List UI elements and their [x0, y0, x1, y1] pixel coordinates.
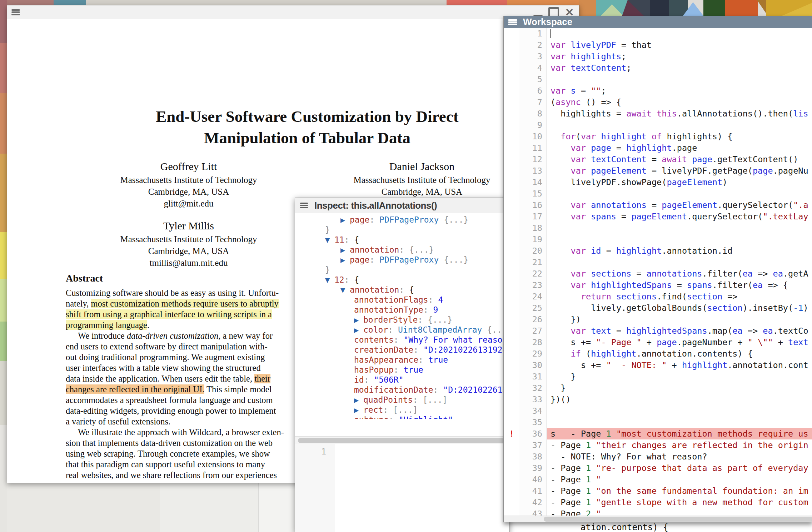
tree-row[interactable]: creationDate: "D:20210226131924Z: [295, 345, 509, 355]
tree-expander-icon[interactable]: ▼: [325, 235, 334, 245]
tree-expander-icon[interactable]: ▼: [340, 285, 350, 295]
orange-highlight[interactable]: changes are reflected in the original UI…: [66, 384, 204, 394]
code-line[interactable]: 24 return sections.find(section =>: [504, 291, 812, 302]
code-line[interactable]: 10 for(var highlight of highlights) {: [504, 131, 812, 142]
code-line[interactable]: 9: [504, 119, 812, 131]
object-inspector-tree[interactable]: ▶page: PDFPageProxy {...}}▼11: {▶annotat…: [295, 213, 509, 419]
code-line[interactable]: 18: [504, 222, 812, 234]
scrollbar-thumb[interactable]: [298, 438, 504, 443]
code-line[interactable]: 37- Page 1 "their changes are reflected …: [504, 439, 812, 451]
tree-row[interactable]: ▼11: {: [295, 235, 509, 245]
code-line[interactable]: 12 var textContent = await page.getTextC…: [504, 154, 812, 165]
code-line[interactable]: 43- Page 2 ": [504, 508, 812, 516]
code-line[interactable]: 31 }: [504, 371, 812, 382]
tree-row[interactable]: ▶annotation: {...}: [295, 245, 509, 255]
menu-hamburger-icon[interactable]: [11, 9, 20, 15]
code-line[interactable]: 32 }: [504, 382, 812, 394]
code-line[interactable]: 13 var pageElement = livelyPDF.getPage(p…: [504, 165, 812, 176]
code-line[interactable]: 5: [504, 74, 812, 85]
code-line[interactable]: 26 }): [504, 314, 812, 325]
abstract-text-line: data inside the application. When users …: [66, 373, 304, 384]
tree-row[interactable]: ▶borderStyle: {...}: [295, 315, 509, 325]
code-line[interactable]: 27 var text = highlightedSpans.map(ea =>…: [504, 325, 812, 337]
workspace-titlebar[interactable]: Workspace: [504, 16, 812, 28]
menu-hamburger-icon[interactable]: [300, 203, 308, 208]
yellow-highlight[interactable]: shift from using a graphical interface t…: [66, 309, 272, 319]
code-line[interactable]: 28 s += "- Page " + page.pageNumber + " …: [504, 337, 812, 348]
code-line[interactable]: 1: [504, 28, 812, 39]
code-line[interactable]: 41- Page 1 "on the same fundamental foun…: [504, 485, 812, 497]
tree-expander-icon[interactable]: ▶: [354, 405, 363, 415]
inspect-horizontal-scrollbar[interactable]: [295, 436, 509, 444]
tree-row[interactable]: id: "506R": [295, 375, 509, 385]
code-line[interactable]: 14 livelyPDF.showPage(pageElement): [504, 176, 812, 188]
tree-expander-icon[interactable]: ▶: [354, 325, 363, 335]
tree-row[interactable]: }: [295, 225, 509, 235]
tree-row[interactable]: hasPopup: true: [295, 365, 509, 375]
tree-row[interactable]: annotationFlags: 4: [295, 295, 509, 305]
workspace-horizontal-scrollbar[interactable]: [504, 516, 812, 522]
line-number: 4: [519, 62, 547, 74]
line-number: 3: [519, 51, 547, 62]
tree-row[interactable]: ▶page: PDFPageProxy {...}: [295, 215, 509, 225]
tree-expander-icon[interactable]: ▶: [354, 315, 363, 325]
code-line[interactable]: 33})(): [504, 394, 812, 405]
line-number: 33: [519, 394, 547, 405]
tree-row[interactable]: ▶page: PDFPageProxy {...}: [295, 255, 509, 265]
tree-row[interactable]: annotationType: 9: [295, 305, 509, 315]
code-line[interactable]: 38 - NOTE: Why? For what reason?: [504, 451, 812, 462]
code-line[interactable]: 4var textContent;: [504, 62, 812, 74]
tree-expander-icon[interactable]: ▼: [325, 275, 334, 285]
tree-row[interactable]: contents: "Why? For what reason?: [295, 335, 509, 345]
code-line[interactable]: 39- Page 1 "re- purpose that data as par…: [504, 462, 812, 474]
yellow-highlight[interactable]: most customization methods require users…: [91, 299, 279, 308]
tree-expander-icon[interactable]: ▶: [340, 215, 350, 225]
tree-row[interactable]: hasAppearance: true: [295, 355, 509, 365]
tree-row[interactable]: }: [295, 265, 509, 275]
code-line[interactable]: 7(async () => {: [504, 96, 812, 108]
tree-row[interactable]: modificationDate: "D:20210226131: [295, 385, 509, 395]
code-line[interactable]: 15: [504, 188, 812, 199]
pdf-window-titlebar[interactable]: [7, 5, 579, 19]
code-line[interactable]: 17 var spans = pageElement.querySelector…: [504, 211, 812, 222]
code-line[interactable]: 2var livelyPDF = that: [504, 39, 812, 51]
code-line[interactable]: 42- Page 1 "gentle slope with a new meth…: [504, 497, 812, 508]
code-line[interactable]: 40- Page 1 ": [504, 474, 812, 485]
inspect-window-titlebar[interactable]: Inspect: this.allAnnotations(): [295, 198, 509, 213]
tree-expander-icon[interactable]: ▶: [340, 255, 350, 265]
tree-row[interactable]: subtype: "Highlight": [295, 415, 509, 419]
paper-title-line1: End-User Software Customization by Direc…: [57, 106, 557, 127]
code-line[interactable]: 22 var sections = annotations.filter(ea …: [504, 268, 812, 279]
tree-row[interactable]: ▶rect: [...]: [295, 405, 509, 415]
code-line[interactable]: 20 var id = highlight.annotation.id: [504, 245, 812, 257]
editor-empty-area[interactable]: [335, 444, 509, 532]
orange-highlight[interactable]: their: [254, 374, 270, 383]
code-line[interactable]: 3var highlights;: [504, 51, 812, 62]
tree-row[interactable]: ▶color: Uint8ClampedArray {...}: [295, 325, 509, 335]
code-line[interactable]: 21: [504, 257, 812, 268]
tree-row[interactable]: ▼12: {: [295, 275, 509, 285]
author-affiliation: Massachusetts Institute of Technology: [315, 174, 529, 186]
code-line[interactable]: 34: [504, 405, 812, 417]
tree-expander-icon[interactable]: ▶: [340, 245, 350, 255]
code-line[interactable]: 6var s = "";: [504, 85, 812, 96]
code-line[interactable]: 23 var highlightedSpans = spans.filter(e…: [504, 279, 812, 291]
tree-row[interactable]: ▼annotation: {: [295, 285, 509, 295]
code-line[interactable]: 35: [504, 417, 812, 428]
workspace-code-editor[interactable]: 12var livelyPDF = that3var highlights;4v…: [504, 28, 812, 516]
code-line[interactable]: 16 var annotations = pageElement.querySe…: [504, 199, 812, 211]
code-line[interactable]: 19: [504, 234, 812, 245]
code-line[interactable]: !36s - Page 1 "most customization method…: [504, 428, 812, 439]
code-line[interactable]: 25 lively.getGlobalBounds(section).inset…: [504, 302, 812, 314]
code-line[interactable]: 30 s += " - NOTE: " + highlight.annotati…: [504, 359, 812, 371]
abstract-text-line: user interfaces with a table view showin…: [66, 363, 304, 373]
yellow-highlight[interactable]: programming language: [66, 320, 147, 330]
inspect-lower-editor[interactable]: 1: [295, 444, 509, 532]
tree-expander-icon[interactable]: ▶: [354, 395, 363, 405]
tree-row[interactable]: ▶quadPoints: [...]: [295, 395, 509, 405]
code-line[interactable]: 8 highlights = await this.allAnnotations…: [504, 108, 812, 119]
code-line[interactable]: 29 if (highlight.annotation.contents) {: [504, 348, 812, 359]
scrollbar-thumb[interactable]: [544, 517, 812, 522]
menu-hamburger-icon[interactable]: [508, 19, 517, 25]
code-line[interactable]: 11 var page = highlight.page: [504, 142, 812, 154]
